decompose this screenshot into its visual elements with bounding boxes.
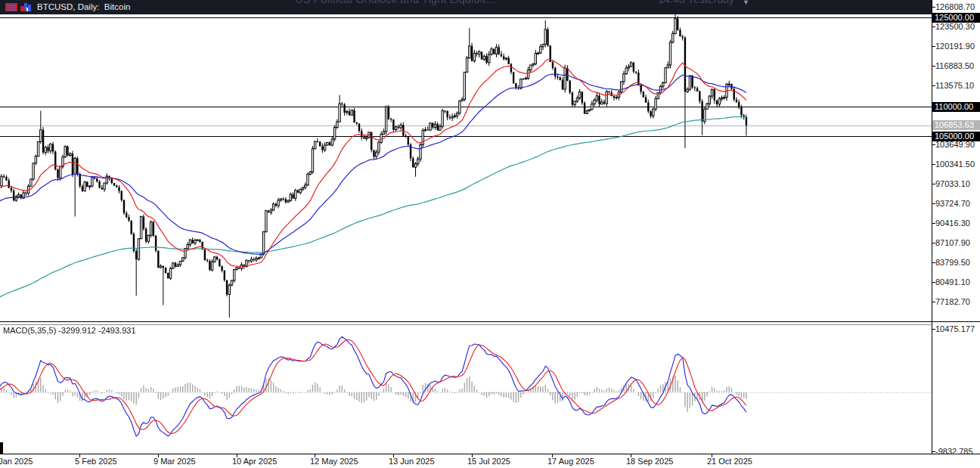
hline-price-label[interactable]: 105000.00 — [932, 132, 980, 141]
current-price-label: 106853.63 — [932, 120, 980, 130]
price-tick-label: 113575.10 — [935, 81, 974, 90]
price-tick-label: 120191.90 — [935, 42, 975, 51]
bar-chart-icon — [20, 3, 32, 11]
price-tick-label: 87107.90 — [935, 238, 970, 247]
price-tick-label: 123500.30 — [935, 22, 975, 31]
price-tick-label: 116883.50 — [935, 61, 974, 70]
macd-signal-value: -2493.931 — [98, 326, 136, 335]
date-tick-label: 2 Jan 2025 — [0, 457, 33, 466]
symbol-period-label: BTCUSD, Daily: Bitcoin — [37, 2, 130, 11]
price-tick-label: 93724.70 — [935, 199, 970, 208]
date-tick-label: 10 Apr 2025 — [232, 457, 277, 466]
chart-title-bar: US Political Gridlock and Tight Liquidit… — [0, 0, 932, 14]
date-tick-label: 5 Feb 2025 — [75, 457, 117, 466]
news-headline-clipped: US Political Gridlock and Tight Liquidit… — [295, 0, 497, 5]
macd-tick-label: -9832.785 — [935, 447, 973, 456]
date-tick-label: 21 Oct 2025 — [707, 457, 752, 466]
macd-indicator-canvas[interactable] — [0, 325, 932, 454]
hline-price-label[interactable]: 125000.00 — [932, 13, 980, 23]
date-axis-separator — [0, 454, 980, 454]
price-tick-label: 80491.10 — [935, 277, 970, 287]
price-chart-canvas[interactable] — [0, 14, 932, 321]
price-tick-label: 90416.30 — [935, 219, 970, 228]
price-axis-border — [932, 0, 932, 454]
date-tick-label: 18 Sep 2025 — [626, 457, 673, 466]
panel-separator-inner — [0, 324, 932, 325]
news-timestamp-clipped: - 14:43 Yesterday — [652, 0, 734, 5]
dropdown-arrow-icon[interactable]: ▼ — [743, 0, 749, 6]
market-watch-icon — [5, 3, 17, 11]
price-tick-label: 100341.50 — [935, 160, 975, 169]
date-tick-label: 17 Aug 2025 — [547, 457, 594, 466]
price-tick-label: 126808.70 — [935, 2, 975, 11]
price-tick-label: 77182.70 — [935, 297, 970, 306]
trading-chart-window: US Political Gridlock and Tight Liquidit… — [0, 0, 980, 468]
price-tick-label: 97033.10 — [935, 179, 970, 188]
left-edge-artifact — [0, 442, 3, 454]
date-tick-label: 12 May 2025 — [310, 457, 358, 466]
macd-tick-label: 10475.177 — [935, 324, 975, 333]
date-tick-label: 13 Jun 2025 — [389, 457, 435, 466]
date-tick-label: 9 Mar 2025 — [154, 457, 196, 466]
hline-price-label[interactable]: 110000.00 — [932, 102, 980, 112]
macd-name: MACD(5,35,5) — [3, 326, 56, 335]
date-tick-label: 15 Jul 2025 — [467, 457, 510, 466]
macd-indicator-label: MACD(5,35,5) -3299.912 -2493.931 — [3, 326, 136, 335]
panel-separator[interactable] — [0, 321, 980, 322]
price-tick-label: 83799.50 — [935, 258, 970, 267]
macd-value: -3299.912 — [58, 326, 96, 335]
